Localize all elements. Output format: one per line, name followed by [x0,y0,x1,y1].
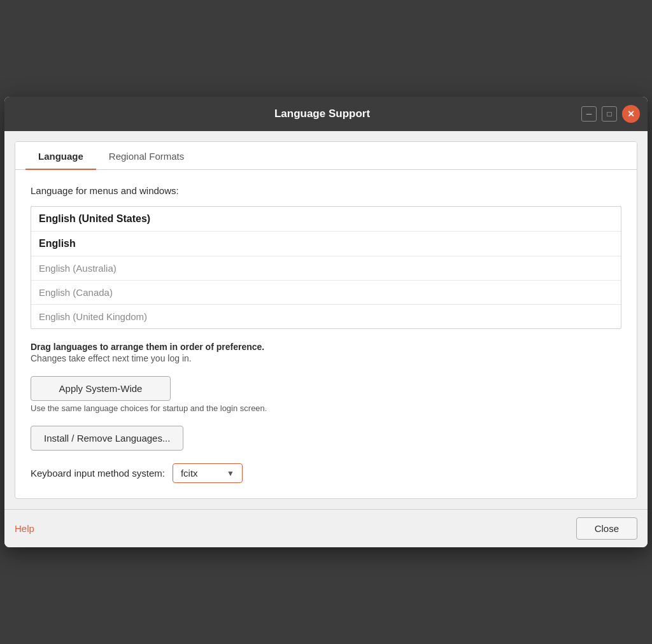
apply-system-wide-button[interactable]: Apply System-Wide [31,376,171,401]
language-tab-panel: Language for menus and windows: English … [15,170,637,498]
minimize-icon: ─ [586,109,592,118]
drag-hint: Drag languages to arrange them in order … [31,342,621,363]
window-title: Language Support [63,108,581,120]
tab-regional-formats[interactable]: Regional Formats [96,142,197,169]
apply-section: Apply System-Wide Use the same language … [31,376,621,413]
bottom-bar: Help Close [4,509,648,547]
keyboard-input-select[interactable]: fcitx ▼ [173,463,243,483]
close-icon: ✕ [627,109,635,119]
dialog-panel: Language Regional Formats Language for m… [15,141,637,499]
tab-language[interactable]: Language [25,142,96,169]
language-list: English (United States) English English … [31,206,621,329]
list-item[interactable]: English (Australia) [31,256,621,281]
dropdown-arrow-icon: ▼ [227,469,234,478]
list-item[interactable]: English (United Kingdom) [31,305,621,328]
drag-hint-bold: Drag languages to arrange them in order … [31,342,621,352]
maximize-icon: □ [607,109,611,118]
minimize-button[interactable]: ─ [581,106,597,122]
window-controls: ─ □ ✕ [581,105,640,123]
apply-note: Use the same language choices for startu… [31,403,621,413]
titlebar: Language Support ─ □ ✕ [4,97,648,131]
keyboard-input-value: fcitx [181,468,222,479]
app-window: Language Support ─ □ ✕ Language Regional… [4,97,648,547]
close-window-button[interactable]: ✕ [622,105,640,123]
keyboard-input-label: Keyboard input method system: [31,468,165,479]
help-button[interactable]: Help [15,523,34,534]
content-area: Language Regional Formats Language for m… [4,131,648,509]
install-remove-languages-button[interactable]: Install / Remove Languages... [31,426,183,451]
maximize-button[interactable]: □ [602,106,617,122]
list-item[interactable]: English [31,232,621,256]
keyboard-input-row: Keyboard input method system: fcitx ▼ [31,463,621,483]
install-section: Install / Remove Languages... [31,426,621,451]
language-section-label: Language for menus and windows: [31,185,621,196]
tab-bar: Language Regional Formats [15,142,637,170]
list-item[interactable]: English (United States) [31,207,621,232]
close-button[interactable]: Close [576,517,637,540]
drag-hint-normal: Changes take effect next time you log in… [31,353,621,363]
list-item[interactable]: English (Canada) [31,281,621,305]
